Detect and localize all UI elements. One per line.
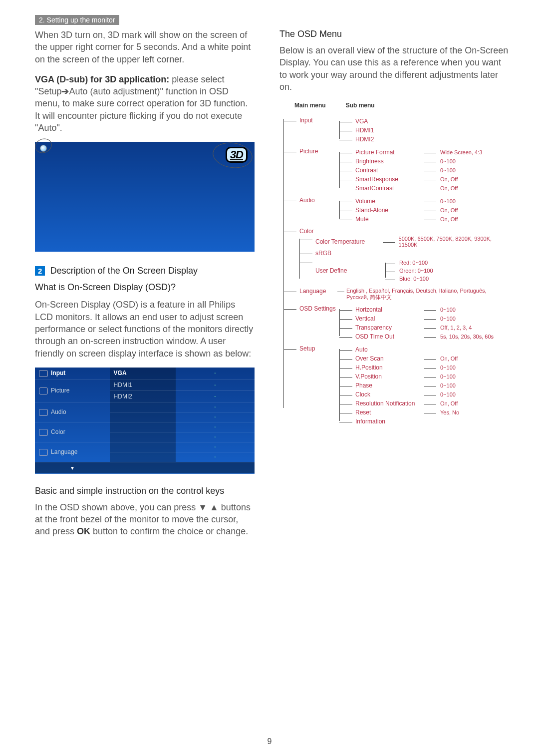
nested-value: Blue: 0~100 — [392, 275, 433, 283]
up-triangle-icon: ▲ — [210, 502, 219, 512]
sub-menu-row: User DefineRed: 0~100Green: 0~100Blue: 0… — [308, 258, 509, 284]
sub-menu-label: HDMI1 — [355, 127, 420, 134]
sub-menu-label: Mute — [355, 216, 420, 223]
sub-menu-label: Auto — [355, 346, 420, 353]
main-menu-item: OSD Settings — [299, 305, 339, 312]
sub-menu-row: Picture FormatWide Screen, 4:3 — [348, 148, 482, 157]
audio-icon — [39, 409, 48, 416]
dash-connector — [424, 382, 436, 389]
arrow-icon: ➔ — [61, 86, 69, 96]
osd-dot: • — [176, 368, 255, 379]
what-is-osd-heading: What is On-Screen Display (OSD)? — [35, 282, 255, 293]
sub-menu-row: OSD Time Out5s, 10s, 20s, 30s, 60s — [348, 332, 494, 341]
dash-connector — [424, 158, 436, 165]
sub-menu-label: Reset — [355, 409, 420, 416]
osd-sub-hdmi2: HDMI2 — [110, 390, 176, 402]
dash-connector — [424, 400, 436, 407]
sub-menu-row: Over ScanOn, Off — [348, 354, 459, 363]
color-icon — [39, 429, 48, 436]
sub-menu-value: 5s, 10s, 20s, 30s, 60s — [440, 334, 494, 340]
sub-menu-row: TransparencyOff, 1, 2, 3, 4 — [348, 323, 494, 332]
osd-sub-hdmi1: HDMI1 — [110, 379, 176, 390]
sub-menu-row: Color Temperature5000K, 6500K, 7500K, 82… — [308, 235, 509, 249]
ok-label: OK — [77, 526, 90, 536]
para-3d-intro: When 3D turn on, 3D mark will show on th… — [35, 29, 255, 65]
sub-menu-label: V.Position — [355, 373, 420, 380]
right-column: The OSD Menu Below is an overall view of… — [279, 29, 509, 546]
sub-menu-value: Wide Screen, 4:3 — [440, 149, 482, 155]
sub-menu-value: On, Off — [440, 185, 458, 191]
sub-menu-row: Clock0~100 — [348, 390, 459, 399]
sub-menu-row: MuteOn, Off — [348, 215, 458, 224]
sub-menu-row: Stand-AloneOn, Off — [348, 206, 458, 215]
dash-connector — [424, 149, 436, 156]
sub-menu-label: Phase — [355, 382, 420, 389]
main-menu-item: Audio — [299, 197, 339, 204]
sub-menu-value: 0~100 — [440, 365, 456, 371]
sub-menu-label: Over Scan — [355, 355, 420, 362]
sub-menu-value: On, Off — [440, 356, 458, 362]
sub-menu-row: Volume0~100 — [348, 197, 458, 206]
sub-menu-row: Information — [348, 417, 459, 426]
sub-menu-value: 0~100 — [440, 158, 456, 164]
sub-menu-value: 0~100 — [440, 382, 456, 388]
sub-menu-row: Auto — [348, 345, 459, 354]
sub-menu-label: Vertical — [355, 315, 420, 322]
sub-menu-label: SmartResponse — [355, 176, 420, 183]
dash-connector — [424, 364, 436, 371]
sub-menu-label: Color Temperature — [315, 238, 379, 245]
tree-header: Main menu Sub menu — [294, 102, 509, 109]
sub-menu-value: 0~100 — [440, 198, 456, 204]
sub-menu-row: Vertical0~100 — [348, 314, 494, 323]
sub-menu-row: SmartResponseOn, Off — [348, 175, 482, 184]
sub-menu-label: Stand-Alone — [355, 207, 420, 214]
dash-connector — [424, 306, 436, 313]
sub-menu-row: ResetYes, No — [348, 408, 459, 417]
dash-connector — [424, 207, 436, 214]
sub-menu-label: Information — [355, 418, 420, 425]
sub-menu-value: 0~100 — [440, 374, 456, 379]
header-sub: Sub menu — [346, 102, 375, 109]
sub-menu-row: sRGB — [308, 249, 509, 258]
main-menu-item: Picture — [299, 148, 339, 155]
language-values: English , Español, Français, Deutsch, It… — [339, 288, 489, 301]
dash-connector — [424, 315, 436, 322]
dash-connector — [424, 167, 436, 174]
sub-menu-label: HDMI2 — [355, 136, 420, 143]
sub-menu-label: Contrast — [355, 167, 420, 174]
sub-menu-label: Volume — [355, 198, 420, 205]
sub-menu-label: SmartContrast — [355, 185, 420, 192]
sub-menu-row: Resolution NotificationOn, Off — [348, 399, 459, 408]
sub-menu-row: HDMI2 — [348, 135, 420, 144]
sub-menu-value: Off, 1, 2, 3, 4 — [440, 325, 472, 331]
3d-badge: 3D — [226, 147, 248, 163]
osd-menu-intro: Below is an overall view of the structur… — [279, 44, 509, 93]
sub-menu-label: Transparency — [355, 324, 420, 331]
section-tag: 2. Setting up the monitor — [35, 15, 119, 25]
screenshot-3d-mark: 3D — [35, 142, 255, 252]
osd-desc-title: Description of the On Screen Display — [50, 266, 198, 276]
dash-connector — [424, 391, 436, 398]
osd-sub-vga: VGA — [110, 368, 176, 379]
dash-connector — [424, 185, 436, 192]
vga-bold-label: VGA (D-sub) for 3D application: — [35, 74, 169, 84]
dash-connector — [424, 216, 436, 223]
sub-menu-label: OSD Time Out — [355, 333, 420, 340]
sub-menu-row: HDMI1 — [348, 126, 420, 135]
dash-connector — [383, 238, 395, 245]
osd-tree: InputVGAHDMI1HDMI2PicturePicture FormatW… — [283, 115, 509, 428]
dash-connector — [424, 409, 436, 416]
sub-menu-label: Horizontal — [355, 306, 420, 313]
sub-menu-row: SmartContrastOn, Off — [348, 184, 482, 193]
sub-menu-label: Picture Format — [355, 149, 420, 156]
sub-menu-row: Brightness0~100 — [348, 157, 482, 166]
sub-menu-value: On, Off — [440, 176, 458, 182]
sub-menu-value: On, Off — [440, 216, 458, 222]
basic-instruction-heading: Basic and simple instruction on the cont… — [35, 486, 255, 496]
input-icon — [39, 370, 48, 377]
sub-menu-row: Horizontal0~100 — [348, 305, 494, 314]
sub-menu-label: User Define — [315, 267, 380, 274]
sub-menu-row: VGA — [348, 117, 420, 126]
sub-menu-value: On, Off — [440, 400, 458, 406]
sub-menu-label: Brightness — [355, 158, 420, 165]
